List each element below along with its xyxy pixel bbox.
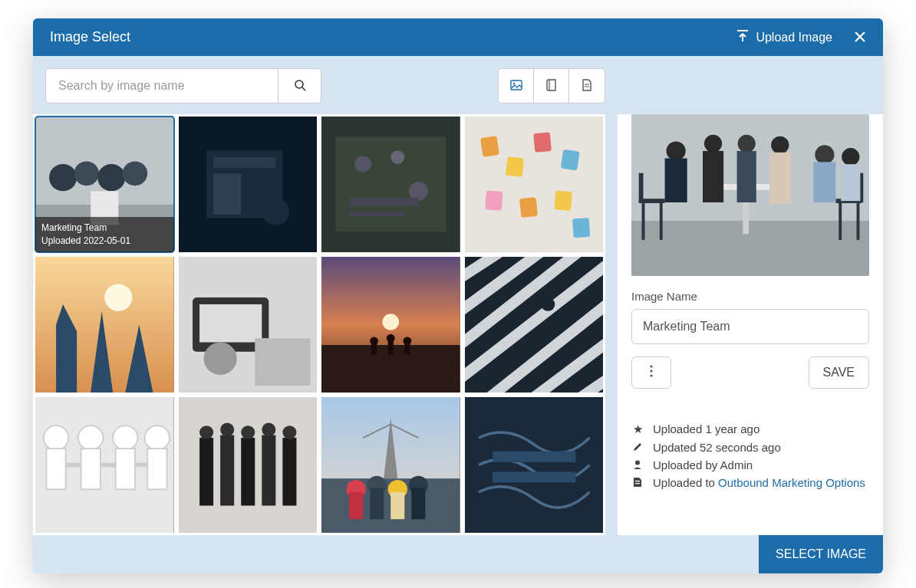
search-button[interactable] [278,69,321,103]
svg-rect-103 [660,203,663,240]
image-thumbnail[interactable] [35,257,174,393]
more-options-button[interactable] [631,356,671,389]
svg-rect-116 [737,151,756,202]
image-thumbnail[interactable] [179,117,318,252]
svg-rect-127 [635,481,640,481]
image-name-label: Image Name [631,290,869,303]
image-thumbnail[interactable] [465,397,604,533]
image-grid: Marketing Team Uploaded 2022-05-01 [33,114,605,535]
svg-rect-31 [560,149,579,170]
meta-uploaded: ★ Uploaded 1 year ago [631,422,869,436]
svg-rect-30 [533,132,552,153]
svg-point-12 [97,164,125,191]
modal-header: Image Select Upload Image [33,18,883,56]
svg-rect-74 [199,438,213,505]
svg-point-62 [44,425,68,450]
svg-point-125 [650,375,652,377]
svg-rect-100 [631,221,869,276]
svg-point-115 [738,135,756,153]
image-meta: ★ Uploaded 1 year ago Updated 52 seconds… [631,422,869,489]
upload-image-button[interactable]: Upload Image [737,30,832,45]
search-input[interactable] [46,69,278,103]
document-icon [582,79,591,94]
close-button[interactable] [854,30,866,45]
svg-point-1 [295,80,303,88]
svg-rect-104 [639,173,644,202]
pencil-icon [631,442,644,452]
svg-point-42 [203,342,236,374]
svg-point-79 [199,425,213,439]
svg-rect-51 [404,341,410,355]
image-thumbnail[interactable] [321,257,460,393]
upload-label: Upload Image [756,31,832,44]
svg-point-111 [667,141,686,160]
svg-point-19 [262,198,289,225]
svg-point-82 [262,423,275,437]
modal-footer: SELECT IMAGE [33,535,883,573]
svg-rect-128 [635,483,640,484]
svg-point-23 [390,150,404,164]
thumbnail-uploaded: Uploaded 2022-05-01 [41,235,168,248]
svg-point-66 [113,425,137,450]
select-image-button[interactable]: SELECT IMAGE [759,535,883,573]
meta-to: Uploaded to Outbound Marketing Options [631,476,869,489]
svg-point-80 [220,423,234,437]
svg-point-121 [842,148,859,166]
view-list-button[interactable] [569,69,605,103]
document-icon [631,477,644,488]
save-button[interactable]: SAVE [809,356,870,389]
svg-point-60 [541,297,555,311]
image-thumbnail[interactable] [35,397,174,533]
image-thumbnail[interactable] [321,397,460,533]
svg-rect-21 [335,137,446,232]
svg-rect-35 [572,218,589,238]
svg-point-64 [78,425,103,450]
svg-rect-32 [485,191,502,211]
image-icon [510,79,522,94]
modal-title: Image Select [50,29,130,45]
svg-point-117 [771,136,789,154]
thumbnail-overlay: Marketing Team Uploaded 2022-05-01 [35,217,174,252]
svg-rect-94 [390,492,404,519]
svg-rect-0 [737,30,748,31]
svg-point-13 [123,161,147,186]
svg-rect-118 [769,153,790,204]
svg-rect-97 [493,452,575,462]
upload-icon [737,30,748,45]
image-thumbnail[interactable] [465,117,604,252]
view-toggle [498,68,605,103]
svg-rect-40 [199,304,262,343]
image-preview [631,114,869,276]
svg-point-119 [815,145,834,164]
svg-rect-34 [554,190,572,211]
search-icon [294,79,306,94]
svg-rect-93 [370,488,384,519]
view-grid-button[interactable] [499,69,534,103]
svg-point-81 [241,425,255,439]
image-thumbnail[interactable] [179,257,318,393]
image-thumbnail[interactable] [179,397,318,533]
header-actions: Upload Image [737,30,866,45]
svg-rect-50 [388,338,394,354]
book-icon [546,79,557,94]
meta-updated: Updated 52 seconds ago [631,441,869,454]
svg-point-44 [382,314,399,330]
image-thumbnail[interactable] [321,117,460,252]
thumbnail-name: Marketing Team [41,222,168,235]
uploaded-to-link[interactable]: Outbound Marketing Options [718,476,865,489]
svg-rect-63 [46,448,65,489]
view-book-button[interactable] [534,69,569,103]
svg-rect-96 [465,397,604,533]
svg-rect-69 [147,448,166,489]
svg-point-113 [704,135,722,153]
details-sidebar: Image Name SAVE ★ Uploaded 1 year ago [618,114,883,535]
meta-by: Uploaded by Admin [631,458,869,471]
svg-point-24 [409,182,428,201]
svg-rect-78 [282,438,296,505]
svg-rect-114 [703,151,723,202]
svg-line-2 [302,87,305,90]
image-thumbnail[interactable] [465,257,604,393]
image-name-input[interactable] [631,309,869,344]
image-thumbnail[interactable]: Marketing Team Uploaded 2022-05-01 [35,117,174,252]
person-icon [631,459,644,470]
